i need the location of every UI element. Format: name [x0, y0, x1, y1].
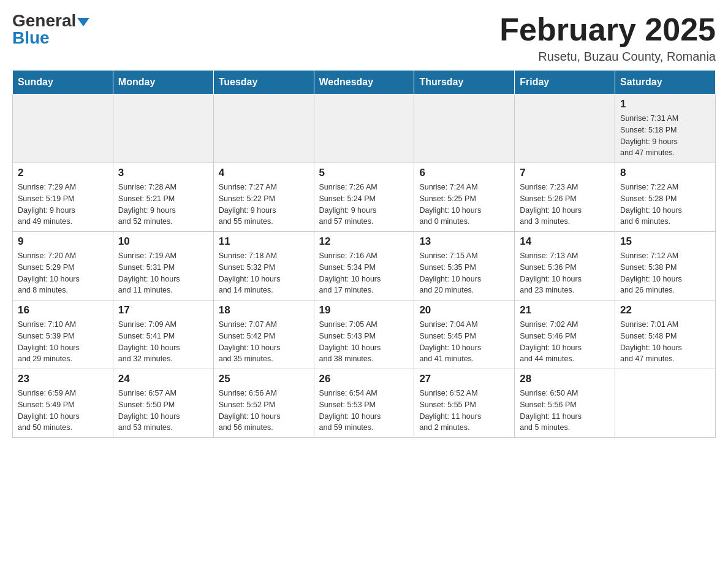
day-number: 23	[18, 373, 108, 385]
day-number: 18	[219, 304, 309, 316]
day-info: Sunrise: 7:19 AM Sunset: 5:31 PM Dayligh…	[118, 250, 208, 296]
day-info: Sunrise: 7:10 AM Sunset: 5:39 PM Dayligh…	[18, 319, 108, 365]
title-section: February 2025 Rusetu, Buzau County, Roma…	[499, 12, 716, 64]
day-info: Sunrise: 6:56 AM Sunset: 5:52 PM Dayligh…	[219, 388, 309, 434]
weekday-header: Sunday	[13, 71, 113, 94]
day-info: Sunrise: 7:01 AM Sunset: 5:48 PM Dayligh…	[620, 319, 710, 365]
calendar-day-cell	[615, 369, 716, 438]
day-info: Sunrise: 7:23 AM Sunset: 5:26 PM Dayligh…	[520, 182, 610, 228]
weekday-header: Saturday	[615, 71, 716, 94]
day-number: 16	[18, 304, 108, 316]
calendar-day-cell: 25Sunrise: 6:56 AM Sunset: 5:52 PM Dayli…	[213, 369, 314, 438]
day-number: 13	[419, 236, 509, 248]
calendar-day-cell: 18Sunrise: 7:07 AM Sunset: 5:42 PM Dayli…	[213, 301, 314, 369]
day-info: Sunrise: 7:26 AM Sunset: 5:24 PM Dayligh…	[319, 182, 409, 228]
calendar-table: SundayMondayTuesdayWednesdayThursdayFrid…	[12, 70, 716, 438]
calendar-day-cell: 11Sunrise: 7:18 AM Sunset: 5:32 PM Dayli…	[213, 232, 314, 301]
day-number: 19	[319, 304, 409, 316]
calendar-day-cell: 15Sunrise: 7:12 AM Sunset: 5:38 PM Dayli…	[615, 232, 716, 301]
logo-blue-text: Blue	[12, 28, 50, 47]
calendar-day-cell: 4Sunrise: 7:27 AM Sunset: 5:22 PM Daylig…	[213, 163, 314, 232]
weekday-header: Wednesday	[314, 71, 414, 94]
calendar-day-cell: 12Sunrise: 7:16 AM Sunset: 5:34 PM Dayli…	[314, 232, 414, 301]
day-info: Sunrise: 7:24 AM Sunset: 5:25 PM Dayligh…	[419, 182, 509, 228]
logo-general-text: General	[12, 12, 76, 29]
calendar-day-cell	[314, 94, 414, 163]
day-number: 4	[219, 167, 309, 179]
calendar-day-cell	[13, 94, 113, 163]
calendar-day-cell: 17Sunrise: 7:09 AM Sunset: 5:41 PM Dayli…	[113, 301, 213, 369]
calendar-day-cell: 26Sunrise: 6:54 AM Sunset: 5:53 PM Dayli…	[314, 369, 414, 438]
month-title: February 2025	[499, 12, 716, 47]
day-number: 8	[620, 167, 710, 179]
calendar-week-row: 9Sunrise: 7:20 AM Sunset: 5:29 PM Daylig…	[13, 232, 716, 301]
day-number: 27	[419, 373, 509, 385]
day-info: Sunrise: 7:22 AM Sunset: 5:28 PM Dayligh…	[620, 182, 710, 228]
calendar-day-cell: 24Sunrise: 6:57 AM Sunset: 5:50 PM Dayli…	[113, 369, 213, 438]
day-number: 17	[118, 304, 208, 316]
calendar-week-row: 2Sunrise: 7:29 AM Sunset: 5:19 PM Daylig…	[13, 163, 716, 232]
weekday-header: Tuesday	[213, 71, 314, 94]
day-number: 12	[319, 236, 409, 248]
day-number: 21	[520, 304, 610, 316]
day-info: Sunrise: 7:18 AM Sunset: 5:32 PM Dayligh…	[219, 250, 309, 296]
calendar-day-cell: 21Sunrise: 7:02 AM Sunset: 5:46 PM Dayli…	[515, 301, 615, 369]
calendar-day-cell: 1Sunrise: 7:31 AM Sunset: 5:18 PM Daylig…	[615, 94, 716, 163]
calendar-day-cell	[414, 94, 515, 163]
day-number: 7	[520, 167, 610, 179]
day-number: 15	[620, 236, 710, 248]
calendar-header-row: SundayMondayTuesdayWednesdayThursdayFrid…	[13, 71, 716, 94]
day-number: 9	[18, 236, 108, 248]
calendar-day-cell	[515, 94, 615, 163]
calendar-day-cell: 2Sunrise: 7:29 AM Sunset: 5:19 PM Daylig…	[13, 163, 113, 232]
calendar-day-cell: 9Sunrise: 7:20 AM Sunset: 5:29 PM Daylig…	[13, 232, 113, 301]
day-number: 11	[219, 236, 309, 248]
calendar-day-cell	[213, 94, 314, 163]
day-number: 5	[319, 167, 409, 179]
day-info: Sunrise: 7:28 AM Sunset: 5:21 PM Dayligh…	[118, 182, 208, 228]
day-number: 20	[419, 304, 509, 316]
day-info: Sunrise: 6:54 AM Sunset: 5:53 PM Dayligh…	[319, 388, 409, 434]
calendar-day-cell: 8Sunrise: 7:22 AM Sunset: 5:28 PM Daylig…	[615, 163, 716, 232]
day-info: Sunrise: 7:29 AM Sunset: 5:19 PM Dayligh…	[18, 182, 108, 228]
day-number: 3	[118, 167, 208, 179]
day-number: 24	[118, 373, 208, 385]
day-number: 28	[520, 373, 610, 385]
day-info: Sunrise: 7:07 AM Sunset: 5:42 PM Dayligh…	[219, 319, 309, 365]
calendar-week-row: 16Sunrise: 7:10 AM Sunset: 5:39 PM Dayli…	[13, 301, 716, 369]
calendar-week-row: 1Sunrise: 7:31 AM Sunset: 5:18 PM Daylig…	[13, 94, 716, 163]
day-number: 26	[319, 373, 409, 385]
day-info: Sunrise: 7:20 AM Sunset: 5:29 PM Dayligh…	[18, 250, 108, 296]
logo-arrow-icon	[77, 18, 89, 26]
day-info: Sunrise: 7:12 AM Sunset: 5:38 PM Dayligh…	[620, 250, 710, 296]
day-number: 6	[419, 167, 509, 179]
calendar-day-cell	[113, 94, 213, 163]
day-info: Sunrise: 7:15 AM Sunset: 5:35 PM Dayligh…	[419, 250, 509, 296]
calendar-day-cell: 3Sunrise: 7:28 AM Sunset: 5:21 PM Daylig…	[113, 163, 213, 232]
day-number: 10	[118, 236, 208, 248]
calendar-day-cell: 22Sunrise: 7:01 AM Sunset: 5:48 PM Dayli…	[615, 301, 716, 369]
calendar-day-cell: 5Sunrise: 7:26 AM Sunset: 5:24 PM Daylig…	[314, 163, 414, 232]
calendar-day-cell: 6Sunrise: 7:24 AM Sunset: 5:25 PM Daylig…	[414, 163, 515, 232]
weekday-header: Monday	[113, 71, 213, 94]
day-number: 2	[18, 167, 108, 179]
day-info: Sunrise: 7:04 AM Sunset: 5:45 PM Dayligh…	[419, 319, 509, 365]
calendar-day-cell: 19Sunrise: 7:05 AM Sunset: 5:43 PM Dayli…	[314, 301, 414, 369]
calendar-day-cell: 27Sunrise: 6:52 AM Sunset: 5:55 PM Dayli…	[414, 369, 515, 438]
day-number: 1	[620, 98, 710, 110]
day-number: 25	[219, 373, 309, 385]
day-info: Sunrise: 7:31 AM Sunset: 5:18 PM Dayligh…	[620, 113, 710, 159]
day-info: Sunrise: 7:02 AM Sunset: 5:46 PM Dayligh…	[520, 319, 610, 365]
calendar-day-cell: 10Sunrise: 7:19 AM Sunset: 5:31 PM Dayli…	[113, 232, 213, 301]
weekday-header: Friday	[515, 71, 615, 94]
day-info: Sunrise: 7:05 AM Sunset: 5:43 PM Dayligh…	[319, 319, 409, 365]
day-number: 14	[520, 236, 610, 248]
day-info: Sunrise: 6:57 AM Sunset: 5:50 PM Dayligh…	[118, 388, 208, 434]
day-info: Sunrise: 7:13 AM Sunset: 5:36 PM Dayligh…	[520, 250, 610, 296]
day-info: Sunrise: 6:50 AM Sunset: 5:56 PM Dayligh…	[520, 388, 610, 434]
calendar-day-cell: 14Sunrise: 7:13 AM Sunset: 5:36 PM Dayli…	[515, 232, 615, 301]
day-info: Sunrise: 6:52 AM Sunset: 5:55 PM Dayligh…	[419, 388, 509, 434]
day-info: Sunrise: 7:27 AM Sunset: 5:22 PM Dayligh…	[219, 182, 309, 228]
day-info: Sunrise: 7:16 AM Sunset: 5:34 PM Dayligh…	[319, 250, 409, 296]
calendar-day-cell: 13Sunrise: 7:15 AM Sunset: 5:35 PM Dayli…	[414, 232, 515, 301]
